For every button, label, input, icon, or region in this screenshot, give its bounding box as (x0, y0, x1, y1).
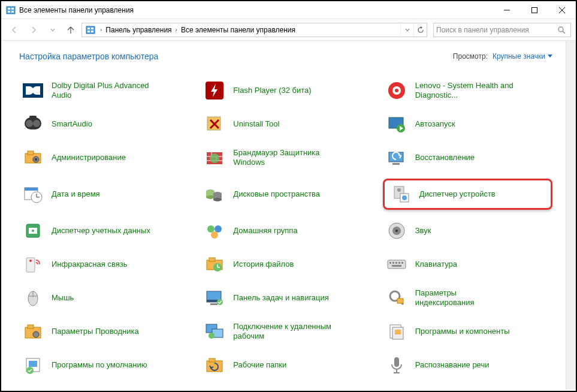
control-panel-item[interactable]: Dolby Digital Plus Advanced Audio (19, 78, 189, 103)
control-panel-item[interactable]: Восстановление (383, 145, 552, 170)
control-panel-item[interactable]: Клавиатура (383, 252, 552, 277)
svg-rect-2 (11, 8, 14, 10)
storage-spaces-icon (204, 184, 225, 204)
svg-line-15 (563, 31, 565, 34)
remote-desktop-icon (204, 321, 225, 342)
control-panel-item[interactable]: Брандмауэр Защитника Windows (201, 145, 370, 170)
control-panel-item[interactable]: SmartAudio (19, 111, 189, 137)
indexing-icon (386, 288, 407, 308)
item-label: Дата и время (52, 189, 100, 199)
main-panel: Настройка параметров компьютера Просмотр… (1, 41, 566, 390)
breadcrumb-history-dropdown[interactable] (400, 23, 413, 37)
control-panel-item[interactable]: Панель задач и навигация (201, 285, 370, 310)
control-panel-item[interactable]: Дата и время (19, 179, 189, 210)
breadcrumb-current[interactable]: Все элементы панели управления (180, 26, 297, 34)
item-label: Программы по умолчанию (52, 360, 147, 370)
admin-tools-icon (23, 147, 43, 168)
programs-icon (386, 321, 407, 342)
item-label: Восстановление (415, 153, 475, 162)
svg-point-14 (558, 27, 563, 32)
uninstall-icon (204, 114, 225, 134)
back-button[interactable] (6, 22, 23, 38)
control-panel-item[interactable]: Диспетчер учетных данных (19, 218, 189, 243)
svg-rect-0 (7, 7, 15, 14)
item-label: Клавиатура (415, 260, 457, 269)
up-button[interactable] (64, 22, 78, 38)
breadcrumb[interactable]: › Панель управления › Все элементы панел… (81, 23, 427, 37)
folder-options-icon (23, 321, 43, 342)
smart-audio-icon (23, 114, 43, 134)
speech-icon (386, 355, 407, 375)
item-label: Lenovo - System Health and Diagnostic... (415, 81, 517, 101)
header-row: Настройка параметров компьютера Просмотр… (19, 52, 552, 61)
item-label: История файлов (233, 260, 294, 269)
firewall-icon (204, 147, 225, 168)
control-panel-item[interactable]: Подключение к удаленным рабочим (201, 319, 370, 344)
control-panel-item[interactable]: Автозапуск (383, 111, 552, 137)
svg-rect-12 (87, 31, 90, 32)
search-input[interactable] (436, 26, 557, 34)
item-label: Диспетчер устройств (419, 189, 496, 199)
content: Настройка параметров компьютера Просмотр… (1, 41, 576, 390)
view-label: Просмотр: (453, 52, 488, 61)
item-label: Диспетчер учетных данных (52, 226, 150, 236)
control-panel-item[interactable]: Мышь (19, 285, 189, 310)
chevron-right-icon[interactable]: › (98, 26, 104, 33)
datetime-icon (23, 184, 43, 204)
item-label: Параметры индексирования (415, 288, 517, 308)
control-panel-item[interactable]: Flash Player (32 бита) (201, 78, 370, 103)
control-panel-item[interactable]: Программы по умолчанию (19, 352, 189, 378)
item-label: Мышь (52, 293, 74, 303)
control-panel-item[interactable]: Домашняя группа (201, 218, 370, 243)
item-label: Uninstall Tool (233, 119, 279, 129)
svg-rect-4 (11, 11, 14, 13)
control-panel-item[interactable]: Администрирование (19, 145, 189, 170)
chevron-right-icon[interactable]: › (173, 26, 180, 33)
svg-rect-6 (532, 7, 537, 13)
view-selector[interactable]: Крупные значки (493, 52, 552, 61)
window-title: Все элементы панели управления (19, 6, 493, 14)
control-panel-item[interactable]: Дисковые пространства (201, 179, 370, 210)
device-manager-icon (391, 184, 411, 204)
recovery-icon (386, 147, 407, 168)
page-title: Настройка параметров компьютера (19, 52, 453, 61)
control-panel-item[interactable]: Программы и компоненты (383, 319, 552, 344)
vertical-scrollbar[interactable] (566, 41, 576, 390)
control-panel-item[interactable]: История файлов (201, 252, 370, 277)
control-panel-item[interactable]: Инфракрасная связь (19, 252, 189, 277)
item-label: Инфракрасная связь (52, 260, 127, 269)
search-icon[interactable] (557, 26, 568, 34)
svg-rect-3 (8, 11, 10, 13)
breadcrumb-root[interactable]: Панель управления (104, 26, 173, 34)
forward-button[interactable] (25, 22, 42, 38)
maximize-button[interactable] (521, 1, 548, 19)
search-box[interactable] (433, 23, 571, 37)
close-button[interactable] (548, 1, 576, 19)
control-panel-item[interactable]: Lenovo - System Health and Diagnostic... (383, 78, 552, 103)
titlebar: Все элементы панели управления (1, 1, 576, 19)
item-label: Звук (415, 226, 431, 236)
window-buttons (493, 1, 576, 19)
control-panel-item[interactable]: Диспетчер устройств (383, 179, 552, 210)
control-panel-item[interactable]: Распознавание речи (383, 352, 552, 378)
control-panel-item[interactable]: Параметры Проводника (19, 319, 189, 344)
chevron-down-icon (548, 55, 552, 58)
item-label: Dolby Digital Plus Advanced Audio (52, 81, 153, 101)
svg-rect-10 (87, 28, 90, 29)
control-panel-item[interactable]: Рабочие папки (201, 352, 370, 378)
item-label: Подключение к удаленным рабочим (233, 322, 335, 342)
dolby-icon (23, 80, 43, 101)
view-value: Крупные значки (493, 52, 545, 61)
control-panel-item[interactable]: Звук (383, 218, 552, 243)
item-label: SmartAudio (52, 119, 92, 129)
sound-icon (386, 221, 407, 241)
items-grid: Dolby Digital Plus Advanced AudioFlash P… (19, 78, 552, 378)
item-label: Программы и компоненты (415, 327, 510, 336)
control-panel-item[interactable]: Uninstall Tool (201, 111, 370, 137)
taskbar-icon (204, 288, 225, 308)
control-panel-item[interactable]: Параметры индексирования (383, 285, 552, 310)
recent-dropdown[interactable] (44, 22, 61, 38)
minimize-button[interactable] (493, 1, 521, 19)
refresh-button[interactable] (413, 23, 427, 37)
item-label: Автозапуск (415, 119, 455, 129)
